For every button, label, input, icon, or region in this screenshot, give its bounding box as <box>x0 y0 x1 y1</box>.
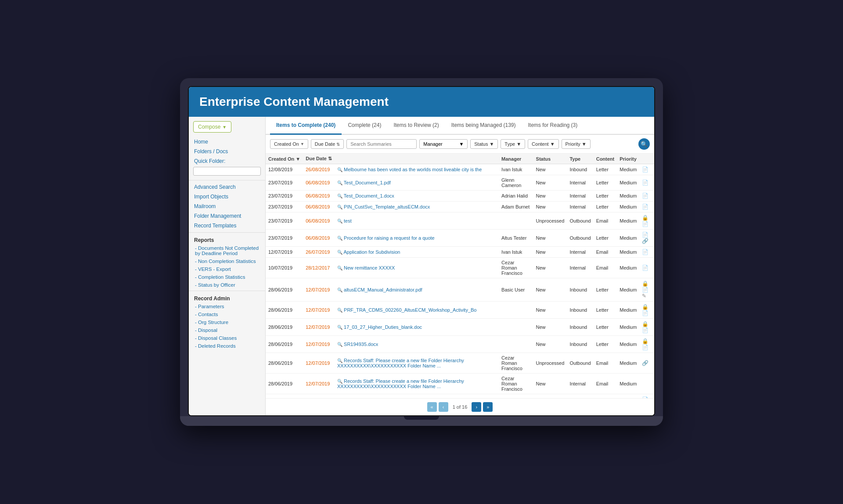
search-button[interactable]: 🔍 <box>638 138 650 150</box>
cell-summary[interactable]: 🔍 Application for Subdivision <box>335 247 499 258</box>
last-page-button[interactable]: » <box>483 402 493 412</box>
cell-type: Internal <box>567 374 593 394</box>
summary-link[interactable]: New remittance XXXXX <box>344 265 395 270</box>
summary-link[interactable]: Application for Subdivision <box>343 249 400 255</box>
sidebar-item-status-by-officer[interactable]: - Status by Officer <box>189 281 265 289</box>
main-content: Items to Complete (240) Complete (24) It… <box>266 117 654 415</box>
summary-link[interactable]: Test_Document_1.docx <box>344 193 394 198</box>
sidebar-item-contacts[interactable]: - Contacts <box>189 310 265 318</box>
summary-link[interactable]: PRF_TRA_CDMS_002260_AltusECM_Workshop_Ac… <box>344 307 476 313</box>
search-icon-small: 🔍 <box>337 288 342 292</box>
sidebar-item-completion-stats[interactable]: - Completion Statistics <box>189 273 265 281</box>
prev-page-button[interactable]: ‹ <box>439 402 448 412</box>
sidebar-item-org-structure[interactable]: - Org Structure <box>189 318 265 326</box>
cell-content: Email <box>594 247 617 258</box>
tab-complete[interactable]: Complete (24) <box>342 117 387 135</box>
cell-type: Outbound <box>567 230 593 247</box>
cell-summary[interactable]: 🔍 17_03_27_Higher_Duties_blank.doc <box>335 319 499 336</box>
tab-items-to-complete[interactable]: Items to Complete (240) <box>270 117 342 135</box>
compose-dropdown-arrow: ▼ <box>222 125 227 130</box>
sidebar-item-home[interactable]: Home <box>189 137 265 147</box>
sidebar-item-mailroom[interactable]: Mailroom <box>189 202 265 211</box>
sidebar-item-deleted-records[interactable]: - Deleted Records <box>189 342 265 350</box>
cell-summary[interactable]: 🔍 AFL Season kicks off this weekend <box>335 394 499 399</box>
table-row: 10/07/2019 28/12/2017 🔍 New remittance X… <box>266 258 654 278</box>
quick-folder-input[interactable] <box>193 167 261 176</box>
cell-manager: Cezar Roman Francisco <box>499 374 533 394</box>
cell-summary[interactable]: 🔍 test <box>335 212 499 230</box>
compose-button[interactable]: Compose ▼ <box>193 121 231 133</box>
cell-icons: 🔒📄 <box>639 336 654 353</box>
summary-link[interactable]: Melbourne has been voted as the worlds m… <box>344 167 482 172</box>
cell-due: 12/07/2019 <box>303 319 335 336</box>
search-summaries-input[interactable] <box>346 139 417 149</box>
table-row: 12/07/2019 26/07/2019 🔍 Application for … <box>266 247 654 258</box>
sidebar-item-quick-folder[interactable]: Quick Folder: <box>189 156 265 166</box>
tab-items-being-managed[interactable]: Items being Managed (139) <box>445 117 522 135</box>
summary-link[interactable]: Procedure for raising a request for a qu… <box>344 235 435 241</box>
due-date-filter[interactable]: Due Date ⇅ <box>311 139 344 149</box>
sidebar-item-disposal[interactable]: - Disposal <box>189 326 265 334</box>
cell-summary[interactable]: 🔍 Records Staff: Please create a new fil… <box>335 374 499 394</box>
tab-items-for-reading[interactable]: Items for Reading (3) <box>522 117 584 135</box>
cell-summary[interactable]: 🔍 PRF_TRA_CDMS_002260_AltusECM_Workshop_… <box>335 302 499 319</box>
cell-summary[interactable]: 🔍 Test_Document_1.docx <box>335 191 499 202</box>
lock-icon: 🔒 <box>642 304 648 310</box>
created-on-filter[interactable]: Created On ▼ <box>270 139 308 149</box>
first-page-button[interactable]: « <box>427 402 437 412</box>
sidebar-item-advanced-search[interactable]: Advanced Search <box>189 182 265 192</box>
table-row: 23/07/2019 06/08/2019 🔍 Procedure for ra… <box>266 230 654 247</box>
status-filter[interactable]: Status ▼ <box>470 139 498 149</box>
cell-icons: 🔒📄 <box>639 302 654 319</box>
summary-link[interactable]: Test_Document_1.pdf <box>344 180 391 185</box>
cell-summary[interactable]: 🔍 altusECM_Manual_Administrator.pdf <box>335 278 499 302</box>
summary-link[interactable]: test <box>344 218 352 223</box>
manager-dropdown[interactable]: Manager ▼ <box>419 139 468 149</box>
sidebar-item-vers-export[interactable]: - VERS - Export <box>189 265 265 273</box>
summary-link[interactable]: 17_03_27_Higher_Duties_blank.doc <box>344 324 422 330</box>
cell-icons: 📄 <box>639 258 654 278</box>
doc-icon: 📄 <box>642 327 648 333</box>
cell-summary[interactable]: 🔍 Records Staff: Please create a new fil… <box>335 353 499 374</box>
col-created-on: Created On ▼ <box>266 154 303 164</box>
summary-link[interactable]: Records Staff: Please create a new file … <box>337 358 464 368</box>
cell-created: 28/06/2019 <box>266 374 303 394</box>
cell-summary[interactable]: 🔍 Melbourne has been voted as the worlds… <box>335 164 499 175</box>
type-filter[interactable]: Type ▼ <box>501 139 525 149</box>
cell-manager: Altus Tester <box>499 230 533 247</box>
cell-type: Outbound <box>567 394 593 399</box>
cell-type: Internal <box>567 258 593 278</box>
priority-filter[interactable]: Priority ▼ <box>562 139 591 149</box>
content-filter[interactable]: Content ▼ <box>528 139 558 149</box>
summary-link[interactable]: altusECM_Manual_Administrator.pdf <box>344 287 422 292</box>
col-summary <box>335 154 499 164</box>
cell-priority: Medium <box>617 394 639 399</box>
sidebar-item-record-templates[interactable]: Record Templates <box>189 221 265 230</box>
sidebar-item-folders-docs[interactable]: Folders / Docs <box>189 147 265 156</box>
table-scroll[interactable]: Created On ▼ Due Date ⇅ Manager Status T… <box>266 154 654 398</box>
cell-summary[interactable]: 🔍 Test_Document_1.pdf <box>335 175 499 191</box>
cell-summary[interactable]: 🔍 PIN_CustSvc_Template_altusECM.docx <box>335 202 499 212</box>
summary-link[interactable]: SR194935.docx <box>344 342 378 347</box>
doc-icon: 📄 <box>642 249 648 255</box>
cell-manager: Adrian Halid <box>499 191 533 202</box>
next-page-button[interactable]: › <box>472 402 481 412</box>
sidebar-item-parameters[interactable]: - Parameters <box>189 302 265 310</box>
sidebar-item-docs-not-completed[interactable]: - Documents Not Completed by Deadline Pe… <box>189 244 265 257</box>
summary-link[interactable]: Records Staff: Please create a new file … <box>337 378 464 389</box>
table-row: 12/08/2019 26/08/2019 🔍 Melbourne has be… <box>266 164 654 175</box>
sidebar-item-folder-management[interactable]: Folder Management <box>189 211 265 221</box>
cell-summary[interactable]: 🔍 New remittance XXXXX <box>335 258 499 278</box>
cell-status: Unprocessed <box>533 353 567 374</box>
tab-items-to-review[interactable]: Items to Review (2) <box>387 117 445 135</box>
summary-link[interactable]: PIN_CustSvc_Template_altusECM.docx <box>344 204 430 209</box>
sidebar-item-non-completion[interactable]: - Non Completion Statistics <box>189 257 265 265</box>
sidebar-item-disposal-classes[interactable]: - Disposal Classes <box>189 334 265 342</box>
sidebar-item-import-objects[interactable]: Import Objects <box>189 192 265 202</box>
cell-summary[interactable]: 🔍 SR194935.docx <box>335 336 499 353</box>
cell-status: New <box>533 164 567 175</box>
cell-content: Email <box>594 394 617 399</box>
priority-arrow: ▼ <box>582 141 587 147</box>
cell-summary[interactable]: 🔍 Procedure for raising a request for a … <box>335 230 499 247</box>
search-icon-small: 🔍 <box>337 342 342 347</box>
